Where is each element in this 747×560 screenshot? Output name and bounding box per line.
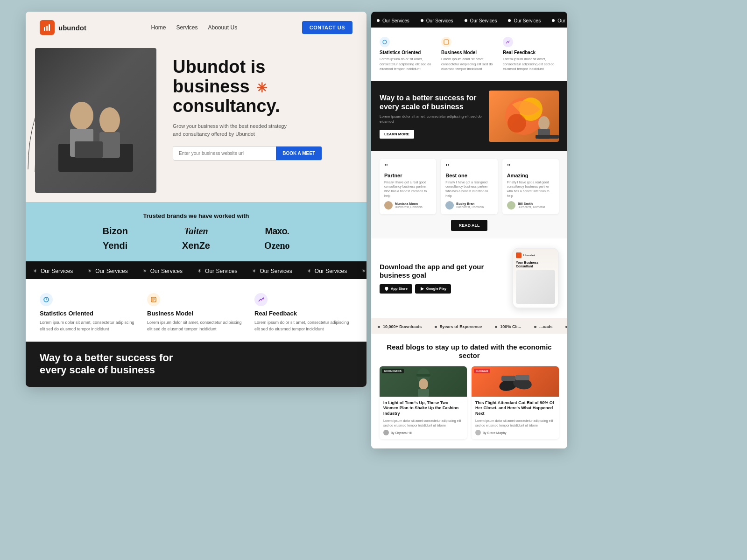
- rp-blog-card-1[interactable]: ECONOMICS In Light of Time's Up, These T…: [380, 366, 467, 440]
- service-card-title-1: Statistics Oriented: [40, 310, 138, 317]
- services-section: Statistics Oriented Lorem ipsum dolor si…: [26, 279, 366, 342]
- rp-reviewer-loc-2: Bucharest, Romania: [456, 205, 484, 209]
- star-decoration: ✳: [256, 81, 267, 96]
- rp-phone-screen: Ubundot. Your Business Consultant: [513, 249, 558, 308]
- rp-testimonial-heading-1: Partner: [384, 173, 431, 178]
- rp-stat-2: 5years of Experience: [428, 324, 488, 329]
- rp-reviewer-name-1: Muntaka Moon: [395, 202, 423, 205]
- rp-quote-3: ": [507, 163, 554, 171]
- rp-service-text-2: Lorem ipsum dolor sit amet, consectetur …: [441, 57, 497, 72]
- rp-testimonial-heading-2: Best one: [445, 173, 493, 178]
- ticker-item-3: ✳ Our Services: [135, 268, 190, 274]
- rp-service-icon-3: [503, 37, 513, 47]
- rp-stat-3: 100% Cli...: [488, 324, 528, 329]
- rp-app-content: Download the app and get your business g…: [380, 263, 507, 294]
- rp-blog-image-1: ECONOMICS: [380, 366, 467, 397]
- rp-blog-tag-1: ECONOMICS: [382, 369, 404, 373]
- rp-blog-content-2: This Flight Attendant Got Rid of 90% Of …: [472, 397, 559, 440]
- svg-point-23: [419, 378, 428, 390]
- rp-app-section: Download the app and get your business g…: [371, 238, 567, 318]
- rp-stat-1: 10,000+ Downloads: [371, 324, 428, 329]
- rp-ticker-3: Our Services: [459, 18, 503, 23]
- services-cards: Statistics Oriented Lorem ipsum dolor si…: [40, 293, 352, 332]
- brand-ozeno: Ozeno: [241, 240, 313, 251]
- svg-marker-20: [421, 287, 424, 291]
- svg-rect-0: [44, 27, 45, 31]
- svg-point-6: [99, 107, 120, 133]
- read-all-button[interactable]: READ ALL: [451, 220, 487, 231]
- rp-blog-card-2[interactable]: CAREER This Flight Attendant Got Rid of …: [472, 366, 559, 440]
- hero-img-inner: [35, 48, 156, 193]
- book-meet-button[interactable]: BOOK A MEET: [276, 147, 322, 160]
- rp-service-icon-2: [441, 37, 451, 47]
- svg-rect-19: [536, 135, 559, 139]
- rp-testimonial-3: " Amazing Finally I have got a real good…: [502, 159, 559, 214]
- rp-service-2: Business Model Lorem ipsum dolor sit ame…: [441, 37, 497, 72]
- rp-blog-card-title-1: In Light of Time's Up, These Two Women P…: [383, 400, 463, 417]
- rp-testimonials-grid: " Partner Finally I have got a real good…: [380, 159, 559, 214]
- rp-ticker-1: Our Services: [371, 18, 415, 23]
- rp-dark-image: [489, 91, 559, 142]
- rp-testimonial-text-1: Finally I have got a real good consultan…: [384, 180, 431, 198]
- hero-subtitle: Grow your business with the best needed …: [173, 122, 294, 138]
- ticker-item-6: ✳ Our Services: [300, 268, 354, 274]
- rp-ticker-5: Our Services: [546, 18, 567, 23]
- rp-service-title-2: Business Model: [441, 50, 497, 55]
- rp-phone-brand: Ubundot.: [523, 254, 536, 257]
- service-card-title-2: Business Model: [147, 310, 245, 317]
- rp-blog-author-name-2: By Grace Murphy: [483, 431, 507, 434]
- rp-phone-body: Your Business Consultant: [516, 261, 555, 269]
- rp-blog-author-2: By Grace Murphy: [475, 430, 555, 435]
- rp-blog-image-2: CAREER: [472, 366, 559, 397]
- rp-service-3: Real Feedback Lorem ipsum dolor sit amet…: [503, 37, 559, 72]
- rp-ticker: Our Services Our Services Our Services O…: [371, 12, 567, 28]
- rp-testimonials-section: " Partner Finally I have got a real good…: [371, 151, 567, 238]
- rp-reviewer-info-2: Bucky Bran Bucharest, Romania: [456, 202, 484, 209]
- google-play-button[interactable]: Google Play: [415, 284, 451, 294]
- rp-reviewer-info-1: Muntaka Moon Bucharest, Romania: [395, 202, 423, 209]
- rp-service-text-3: Lorem ipsum dolor sit amet, consectetur …: [503, 57, 559, 72]
- rp-app-title: Download the app and get your business g…: [380, 263, 507, 280]
- brand-taiten: Taiten: [160, 226, 232, 237]
- rp-avatar-3: [507, 201, 515, 210]
- app-store-button[interactable]: App Store: [380, 284, 412, 294]
- service-icon-2: [147, 293, 160, 306]
- svg-point-4: [70, 102, 93, 130]
- service-card-text-2: Lorem ipsum dolor sit amet, consectetur …: [147, 320, 245, 332]
- hero-content: Ubundot is business ✳ consultancy. Grow …: [166, 43, 366, 202]
- rp-reviewer-loc-3: Bucharest, Romania: [518, 205, 545, 209]
- rp-blog-card-text-1: Lorem ipsum dolor sit amet consectetur a…: [383, 419, 463, 428]
- nav-services[interactable]: Services: [176, 24, 197, 31]
- rp-services-section: Statistics Oriented Lorem ipsum dolor si…: [371, 28, 567, 81]
- rp-dark-title: Way to a better success for every scale …: [380, 93, 484, 111]
- nav-about[interactable]: Aboouut Us: [208, 24, 238, 31]
- right-panel: Our Services Our Services Our Services O…: [371, 12, 567, 448]
- contact-button[interactable]: CONTACT US: [302, 21, 352, 34]
- rp-app-buttons: App Store Google Play: [380, 284, 507, 294]
- ticker-item-2: ✳ Our Services: [80, 268, 135, 274]
- rp-blog-avatar-1: [383, 430, 389, 435]
- brand-maxo: Maxo.: [241, 226, 313, 237]
- svg-rect-22: [416, 374, 430, 377]
- ticker-item-1: ✳ Our Services: [26, 268, 80, 274]
- hero-form: BOOK A MEET: [173, 146, 322, 161]
- rp-stats-inner: 10,000+ Downloads 5years of Experience 1…: [371, 324, 567, 329]
- rp-reviewer-info-3: Bill Smith Bucharest, Romania: [518, 202, 545, 209]
- rp-blog-cards: ECONOMICS In Light of Time's Up, These T…: [380, 366, 559, 440]
- logo-text: ubundot: [58, 24, 86, 32]
- ticker-item-4: ✳ Our Services: [190, 268, 245, 274]
- rp-avatar-2: [445, 201, 454, 210]
- learn-more-button[interactable]: LEARN MORE: [380, 130, 414, 139]
- rp-service-icon-1: [380, 37, 390, 47]
- rp-service-1: Statistics Oriented Lorem ipsum dolor si…: [380, 37, 436, 72]
- rp-blog-section: Read blogs to stay up to dated with the …: [371, 334, 567, 449]
- ticker-item-7: ✳ Our Services: [354, 268, 366, 274]
- rp-blog-author-1: By Chyraea Hill: [383, 430, 463, 435]
- rp-reviewer-3: Bill Smith Bucharest, Romania: [507, 201, 554, 210]
- website-input[interactable]: [173, 147, 276, 160]
- svg-rect-2: [49, 24, 50, 31]
- nav-home[interactable]: Home: [151, 24, 166, 31]
- rp-stats-ticker: 10,000+ Downloads 5years of Experience 1…: [371, 318, 567, 334]
- rp-testimonial-1: " Partner Finally I have got a real good…: [380, 159, 436, 214]
- hero-section: Ubundot is business ✳ consultancy. Grow …: [26, 43, 366, 202]
